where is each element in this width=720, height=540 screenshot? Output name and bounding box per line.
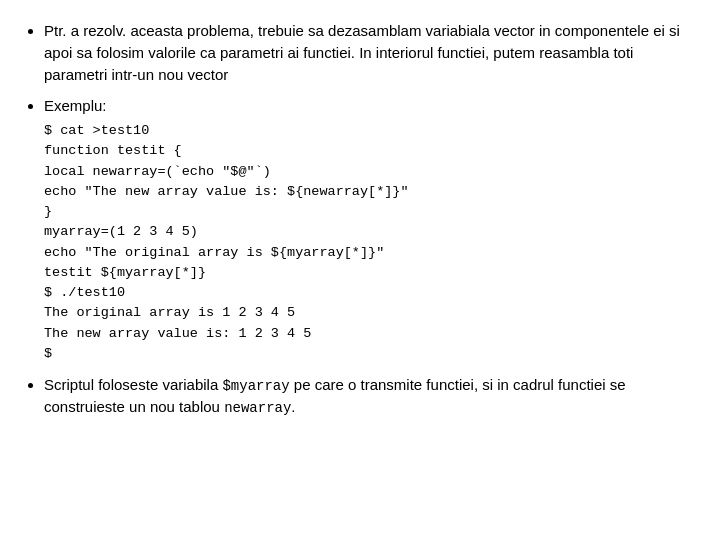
code-block: $ cat >test10 function testit { local ne… [44,121,696,364]
bullet3-text-after: . [291,398,295,415]
content-area: Ptr. a rezolv. aceasta problema, trebuie… [24,20,696,419]
list-item-2: Exemplu: $ cat >test10 function testit {… [44,95,696,364]
bullet3-inline-code1: $myarray [222,378,289,394]
bullet3-content: Scriptul foloseste variabila $myarray pe… [44,376,626,415]
list-item-3: Scriptul foloseste variabila $myarray pe… [44,374,696,419]
bullet3-text-before: Scriptul foloseste variabila [44,376,222,393]
bullet1-text: Ptr. a rezolv. aceasta problema, trebuie… [44,20,696,85]
list-item-1: Ptr. a rezolv. aceasta problema, trebuie… [44,20,696,85]
bullet-list: Ptr. a rezolv. aceasta problema, trebuie… [24,20,696,419]
bullet3-inline-code2: newarray [224,400,291,416]
bullet2-label: Exemplu: [44,97,107,114]
